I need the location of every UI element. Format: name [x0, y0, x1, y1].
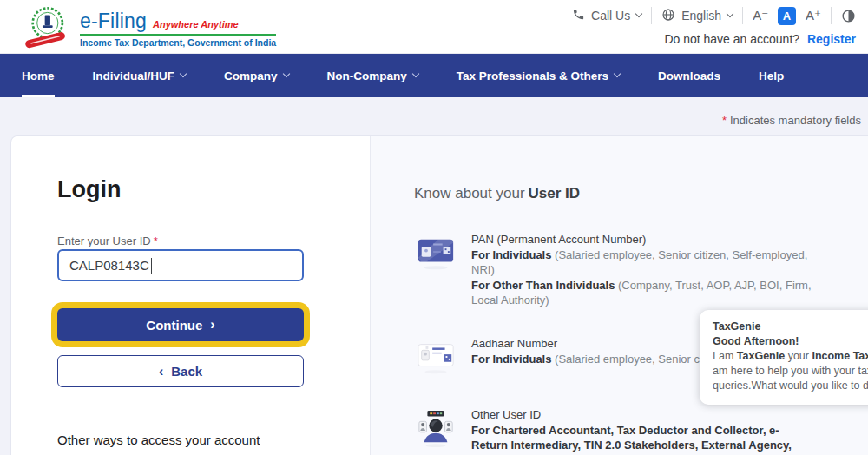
user-id-input[interactable]: CALP08143C — [57, 249, 304, 281]
nav-item-home[interactable]: Home — [22, 54, 55, 97]
register-prompt-row: Do not have an account? Register — [664, 32, 856, 46]
divider — [742, 7, 743, 24]
asterisk: * — [722, 114, 727, 127]
nav-item-individual-huf[interactable]: Individual/HUF — [93, 54, 187, 97]
divider — [651, 7, 652, 24]
know-item-other-user-id: Other User ID For Chartered Accountant, … — [416, 407, 812, 455]
brand-subtitle: Income Tax Department, Government of Ind… — [80, 37, 276, 48]
login-card: Login Enter your User ID* CALP08143C Con… — [10, 135, 868, 455]
taxgenie-greeting: Good Afternoon! — [713, 334, 868, 349]
chevron-down-icon — [412, 70, 419, 77]
font-size-current-button[interactable]: A — [778, 7, 796, 25]
text-cursor — [151, 258, 153, 274]
language-menu[interactable]: English — [661, 8, 733, 24]
taxgenie-name: TaxGenie — [713, 320, 868, 334]
user-id-label: Enter your User ID* — [57, 234, 158, 247]
pan-description: PAN (Permanent Account Number) For Indiv… — [471, 232, 812, 308]
other-user-id-title: Other User ID — [471, 407, 812, 423]
font-size-increase-button[interactable]: A⁺ — [806, 8, 821, 23]
brand-tagline: Anywhere Anytime — [153, 19, 239, 30]
nav-item-downloads[interactable]: Downloads — [658, 54, 720, 97]
chevron-down-icon — [180, 70, 187, 77]
register-link[interactable]: Register — [807, 32, 856, 46]
divider — [831, 7, 832, 24]
aadhaar-card-icon — [416, 336, 456, 378]
required-asterisk: * — [154, 234, 158, 247]
phone-icon — [572, 8, 585, 23]
nav-item-company[interactable]: Company — [224, 54, 289, 97]
efiling-logo[interactable]: e-Filing Anywhere Anytime Income Tax Dep… — [23, 3, 276, 54]
chevron-right-icon: › — [210, 317, 214, 333]
mandatory-fields-note: *Indicates mandatory fields — [722, 114, 861, 127]
call-us-menu[interactable]: Call Us — [572, 8, 641, 23]
chevron-down-icon — [635, 10, 642, 17]
taxgenie-chat-popup[interactable]: TaxGenie Good Afternoon! I am TaxGenie y… — [700, 310, 868, 405]
chevron-down-icon — [282, 70, 289, 77]
call-us-label: Call Us — [591, 9, 630, 23]
nav-item-help[interactable]: Help — [759, 54, 784, 97]
back-button[interactable]: ‹ Back — [57, 355, 304, 387]
brand-name: e-Filing — [80, 10, 147, 33]
taxgenie-message-line-3: queries.What would you like to do? — [713, 379, 868, 393]
top-header: e-Filing Anywhere Anytime Income Tax Dep… — [0, 0, 868, 54]
main-nav: Home Individual/HUF Company Non-Company … — [0, 54, 868, 97]
chevron-down-icon — [614, 70, 621, 77]
font-size-decrease-button[interactable]: A⁻ — [753, 8, 768, 23]
nav-item-non-company[interactable]: Non-Company — [327, 54, 418, 97]
contrast-toggle-icon[interactable] — [841, 9, 856, 23]
know-panel-title: Know about yourUser ID — [414, 185, 580, 202]
income-tax-emblem-icon — [23, 3, 69, 54]
language-label: English — [681, 9, 721, 23]
logo-text: e-Filing Anywhere Anytime Income Tax Dep… — [80, 10, 276, 48]
chevron-left-icon: ‹ — [159, 364, 163, 379]
login-title: Login — [57, 176, 121, 203]
taxgenie-message-line-2: am here to help you with your tax re — [713, 364, 868, 379]
globe-icon — [661, 8, 675, 24]
know-item-pan: PAN (Permanent Account Number) For Indiv… — [416, 232, 812, 308]
pan-card-icon — [416, 232, 456, 274]
other-ways-heading: Other ways to access your account — [57, 432, 260, 447]
taxgenie-message-line-1: I am TaxGenie your Income Tax Ass — [713, 349, 868, 364]
nav-item-tax-professionals[interactable]: Tax Professionals & Others — [457, 54, 620, 97]
efiling-login-page: e-Filing Anywhere Anytime Income Tax Dep… — [0, 0, 868, 455]
continue-button[interactable]: Continue › — [57, 308, 304, 341]
pan-title: PAN (Permanent Account Number) — [471, 232, 812, 247]
account-prompt-text: Do not have an account? — [664, 32, 799, 46]
header-utility-bar: Call Us English A⁻ A A⁺ — [572, 5, 856, 26]
user-id-value: CALP08143C — [69, 258, 149, 273]
chevron-down-icon — [727, 10, 733, 17]
other-user-id-description: Other User ID For Chartered Accountant, … — [471, 407, 812, 455]
other-user-id-icon — [416, 407, 456, 449]
